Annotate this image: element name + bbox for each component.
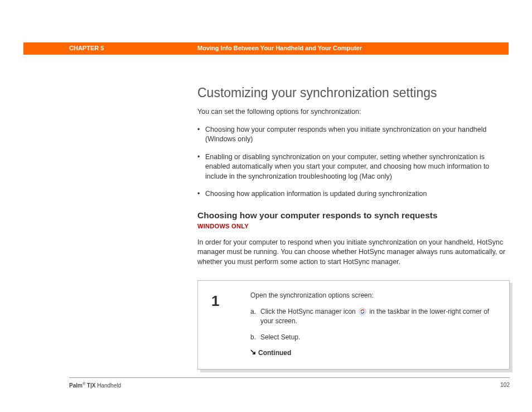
platform-tag: WINDOWS ONLY (197, 222, 510, 231)
arrow-down-right-icon (250, 348, 256, 358)
bullet-item: Choosing how application information is … (197, 189, 510, 199)
step-lead: Open the synchronization options screen: (250, 291, 496, 300)
substep-a: a. Click the HotSync manager icon in the… (250, 307, 496, 326)
step-body: Open the synchronization options screen:… (250, 291, 496, 358)
substep-letter: b. (250, 333, 260, 342)
svg-point-0 (359, 308, 366, 315)
step-number: 1 (211, 291, 250, 358)
page-number: 102 (500, 381, 510, 390)
hotsync-icon (359, 308, 366, 315)
section-body: In order for your computer to respond wh… (197, 238, 510, 267)
page-content: Customizing your synchronization setting… (197, 84, 510, 370)
substep-text: Click the HotSync manager icon in the ta… (260, 307, 496, 326)
intro-text: You can set the following options for sy… (197, 107, 510, 117)
product-name: Palm® T|X Handheld (69, 381, 121, 390)
substep-a-before: Click the HotSync manager icon (260, 308, 356, 315)
bullet-item: Choosing how your computer responds when… (197, 125, 510, 145)
chapter-label: CHAPTER 5 (23, 44, 152, 52)
step-card: 1 Open the synchronization options scree… (197, 280, 510, 370)
section-heading: Choosing how your computer responds to s… (197, 209, 510, 222)
chapter-title: Moving Info Between Your Handheld and Yo… (152, 44, 509, 52)
page-footer: Palm® T|X Handheld 102 (69, 377, 510, 390)
bullet-item: Enabling or disabling synchronization on… (197, 152, 510, 182)
substep-b: b. Select Setup. (250, 333, 496, 342)
substep-text: Select Setup. (260, 333, 300, 342)
page-title: Customizing your synchronization setting… (197, 84, 510, 102)
substep-letter: a. (250, 307, 260, 326)
continued-indicator: Continued (250, 348, 496, 358)
chapter-header: CHAPTER 5 Moving Info Between Your Handh… (23, 42, 509, 55)
continued-label: Continued (258, 348, 291, 358)
options-list: Choosing how your computer responds when… (197, 125, 510, 199)
